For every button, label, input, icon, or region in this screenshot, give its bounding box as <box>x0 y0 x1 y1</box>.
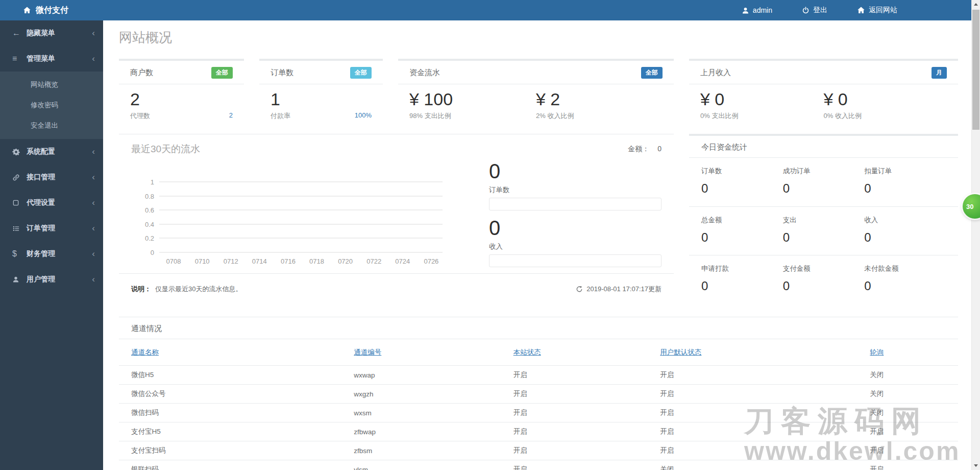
readout-label: 订单数 <box>489 185 662 195</box>
page-title: 网站概况 <box>119 29 958 46</box>
link-icon <box>12 174 27 181</box>
gridline <box>159 224 443 224</box>
chart-title: 最近30天的流水 <box>131 143 200 156</box>
scroll-up-button[interactable] <box>972 0 980 9</box>
chevron-left-icon <box>92 54 95 64</box>
sidebar-item-order-manage[interactable]: 订单管理 <box>0 216 103 241</box>
gridline <box>159 182 443 182</box>
filter-badge[interactable]: 月 <box>932 67 947 79</box>
channel-name: 支付宝H5 <box>119 422 354 441</box>
filter-badge[interactable]: 全部 <box>641 67 663 79</box>
y-tick: 0.6 <box>131 206 154 214</box>
sidebar-item-api-manage[interactable]: 接口管理 <box>0 165 103 190</box>
sidebar-item-site-overview[interactable]: 网站概览 <box>0 75 103 95</box>
gridline <box>159 238 443 239</box>
sidebar-item-hide-menu[interactable]: ← 隐藏菜单 <box>0 20 103 46</box>
channel-name: 微信扫码 <box>119 404 354 422</box>
channel-name: 微信H5 <box>119 366 354 385</box>
user-menu[interactable]: admin <box>742 6 772 14</box>
stat-label: 订单数 <box>701 167 783 176</box>
table-row: 支付宝扫码 zfbsm 开启 开启 开启 <box>119 441 958 460</box>
sidebar-item-safe-exit[interactable]: 安全退出 <box>0 115 103 136</box>
updated-text: 2019-08-01 17:07:17更新 <box>586 285 662 294</box>
channel-code: ylsm <box>354 460 513 470</box>
table-row: 支付宝H5 zfbwap 开启 开启 开启 <box>119 422 958 441</box>
channel-name: 微信公众号 <box>119 385 354 404</box>
stat-value: 2 <box>130 89 233 109</box>
site-status: 开启 <box>513 404 660 422</box>
sidebar-item-change-password[interactable]: 修改密码 <box>0 95 103 115</box>
column-header-channel-code[interactable]: 通道编号 <box>354 348 381 356</box>
stat-value: 0 <box>701 279 783 293</box>
square-icon <box>12 199 27 206</box>
sidebar-submenu: 网站概览 修改密码 安全退出 <box>0 72 103 139</box>
stat-value: 0 <box>864 181 946 196</box>
logout-button[interactable]: 登出 <box>802 6 827 15</box>
y-tick: 0.8 <box>131 192 154 200</box>
sidebar-item-label: 用户管理 <box>27 275 92 284</box>
stat-value: ¥ 2 <box>536 89 663 109</box>
stat-card-body: 2 代理数 2 <box>119 84 244 129</box>
brand[interactable]: 微付支付 <box>0 5 68 16</box>
filter-badge[interactable]: 全部 <box>211 67 233 79</box>
sidebar-item-label: 订单管理 <box>27 224 92 233</box>
user-default-status: 关闭 <box>660 460 870 470</box>
back-site-link[interactable]: 返回网站 <box>857 6 897 15</box>
stat-value: 0 <box>701 230 783 245</box>
list-icon <box>12 225 27 232</box>
sidebar-item-finance-manage[interactable]: $ 财务管理 <box>0 241 103 267</box>
column-header-channel-name[interactable]: 通道名称 <box>131 348 159 356</box>
stat-value: 0 <box>783 230 865 245</box>
stat-value: 1 <box>271 89 372 109</box>
middle-row: 最近30天的流水 金额：0 1 0.8 0.6 0.4 0.2 0 <box>119 134 958 304</box>
sidebar-item-agent-settings[interactable]: 代理设置 <box>0 190 103 216</box>
scroll-down-button[interactable] <box>972 461 980 470</box>
x-tick: 0722 <box>360 257 388 265</box>
floating-badge[interactable]: 30 <box>963 194 980 219</box>
chevron-left-icon <box>92 198 95 208</box>
sidebar-item-label: 系统配置 <box>27 147 92 156</box>
submenu-label: 安全退出 <box>31 121 58 130</box>
stat-sub-value: 2 <box>229 111 233 121</box>
stat-card-header: 订单数 全部 <box>259 61 383 84</box>
column-header-user-default[interactable]: 用户默认状态 <box>660 348 701 356</box>
x-tick: 0716 <box>274 257 302 265</box>
gear-icon <box>12 148 27 156</box>
user-icon <box>12 276 27 283</box>
today-stats-title: 今日资金统计 <box>689 136 958 158</box>
channel-code: zfbsm <box>354 441 513 460</box>
stat-sub-label: 代理数 <box>130 111 150 121</box>
x-tick: 0712 <box>216 257 245 265</box>
stat-cards-row: 商户数 全部 2 代理数 2 订单数 全部 1 付款率 100% <box>119 59 958 129</box>
column-header-site-status[interactable]: 本站状态 <box>513 348 541 356</box>
income-readout: 0 收入 <box>489 217 662 267</box>
filter-badge[interactable]: 全部 <box>350 67 372 79</box>
amount-label: 金额： <box>628 145 649 153</box>
column-header-polling[interactable]: 轮询 <box>870 348 884 356</box>
stat-card-merchants: 商户数 全部 2 代理数 2 <box>119 59 244 129</box>
table-row: 微信公众号 wxgzh 开启 开启 关闭 <box>119 385 958 404</box>
sidebar-item-system-config[interactable]: 系统配置 <box>0 139 103 165</box>
sidebar-item-user-manage[interactable]: 用户管理 <box>0 267 103 292</box>
orders-input[interactable] <box>489 198 662 210</box>
brand-label: 微付支付 <box>36 5 68 16</box>
polling-status: 关闭 <box>870 404 958 422</box>
gridline <box>159 196 443 196</box>
refresh-icon[interactable] <box>576 286 583 293</box>
sidebar: ← 隐藏菜单 ≡ 管理菜单 网站概览 修改密码 安全退出 系统配置 接口管理 <box>0 20 103 470</box>
x-tick: 0714 <box>245 257 274 265</box>
scrollbar[interactable] <box>971 0 980 470</box>
user-default-status: 开启 <box>660 404 870 422</box>
stat-card-flow: 资金流水 全部 ¥ 100 98% 支出比例 ¥ 2 2% 收入比例 <box>398 59 674 129</box>
income-input[interactable] <box>489 254 662 267</box>
back-site-label: 返回网站 <box>869 6 897 15</box>
user-default-status: 开启 <box>660 441 870 460</box>
stat-value: 0 <box>783 279 865 293</box>
x-tick: 0708 <box>159 257 188 265</box>
polling-status: 开启 <box>870 422 958 441</box>
scrollbar-thumb[interactable] <box>972 10 979 130</box>
channel-code: wxsm <box>354 404 513 422</box>
sidebar-item-manage-menu[interactable]: ≡ 管理菜单 <box>0 46 103 72</box>
user-icon <box>742 7 749 14</box>
y-tick: 0.4 <box>131 220 154 228</box>
